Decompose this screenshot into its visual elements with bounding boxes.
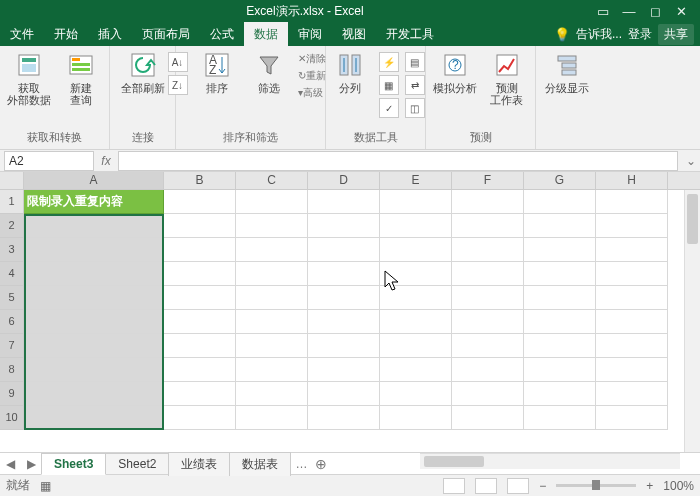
tab-file[interactable]: 文件 bbox=[0, 22, 44, 47]
cell[interactable] bbox=[24, 214, 164, 238]
worksheet-grid[interactable]: A B C D E F G H 1限制录入重复内容 2 3 4 5 6 7 8 … bbox=[0, 172, 700, 452]
forecast-button[interactable]: 预测 工作表 bbox=[484, 50, 530, 106]
ribbon-opts-icon[interactable]: ▭ bbox=[590, 4, 616, 19]
row-header[interactable]: 9 bbox=[0, 382, 24, 406]
new-query-button[interactable]: 新建 查询 bbox=[58, 50, 104, 106]
row-header[interactable]: 7 bbox=[0, 334, 24, 358]
tab-formula[interactable]: 公式 bbox=[200, 22, 244, 47]
tabs-prev-icon[interactable]: ◀ bbox=[0, 457, 21, 471]
tabs-next-icon[interactable]: ▶ bbox=[21, 457, 42, 471]
status-bar: 就绪 ▦ − + 100% bbox=[0, 474, 700, 496]
name-box[interactable]: A2 bbox=[4, 151, 94, 171]
sort-button[interactable]: AZ 排序 bbox=[194, 50, 240, 94]
row-header[interactable]: 2 bbox=[0, 214, 24, 238]
svg-rect-2 bbox=[22, 64, 36, 72]
share-button[interactable]: 共享 bbox=[658, 24, 694, 45]
outline-button[interactable]: 分级显示 bbox=[544, 50, 590, 94]
sheet-tab[interactable]: 数据表 bbox=[229, 452, 291, 476]
svg-rect-1 bbox=[22, 58, 36, 62]
cell-a1[interactable]: 限制录入重复内容 bbox=[24, 190, 164, 214]
relationships-button[interactable]: ⇄ bbox=[405, 75, 425, 95]
titlebar: Excel演示.xlsx - Excel ▭ — ◻ ✕ bbox=[0, 0, 700, 22]
whatif-button[interactable]: ? 模拟分析 bbox=[432, 50, 478, 94]
page-layout-button[interactable] bbox=[475, 478, 497, 494]
flash-fill-button[interactable]: ⚡ bbox=[379, 52, 399, 72]
row-header[interactable]: 10 bbox=[0, 406, 24, 430]
vertical-scrollbar[interactable] bbox=[684, 190, 700, 452]
ribbon: 获取 外部数据 新建 查询 获取和转换 全部刷新 连接 A↓ Z↓ AZ bbox=[0, 46, 700, 150]
refresh-all-button[interactable]: 全部刷新 bbox=[120, 50, 166, 94]
zoom-in-button[interactable]: + bbox=[646, 479, 653, 493]
tab-insert[interactable]: 插入 bbox=[88, 22, 132, 47]
row-header[interactable]: 1 bbox=[0, 190, 24, 214]
close-icon[interactable]: ✕ bbox=[668, 4, 694, 19]
row-header[interactable]: 5 bbox=[0, 286, 24, 310]
new-sheet-button[interactable]: ⊕ bbox=[311, 456, 331, 472]
svg-rect-20 bbox=[562, 63, 576, 68]
tab-dev[interactable]: 开发工具 bbox=[376, 22, 444, 47]
bulb-icon[interactable]: 💡 bbox=[554, 27, 570, 42]
normal-view-button[interactable] bbox=[443, 478, 465, 494]
tab-home[interactable]: 开始 bbox=[44, 22, 88, 47]
more-tabs[interactable]: … bbox=[291, 457, 311, 471]
tell-me[interactable]: 告诉我... bbox=[576, 26, 622, 43]
maximize-icon[interactable]: ◻ bbox=[642, 4, 668, 19]
svg-rect-5 bbox=[72, 63, 90, 66]
status-ready: 就绪 bbox=[6, 477, 30, 494]
horizontal-scrollbar[interactable] bbox=[420, 453, 680, 469]
row-header[interactable]: 3 bbox=[0, 238, 24, 262]
tab-review[interactable]: 审阅 bbox=[288, 22, 332, 47]
row-header[interactable]: 8 bbox=[0, 358, 24, 382]
sheet-tab[interactable]: Sheet2 bbox=[105, 453, 169, 474]
col-header[interactable]: H bbox=[596, 172, 668, 189]
formula-bar: A2 fx ⌄ bbox=[0, 150, 700, 172]
svg-text:?: ? bbox=[452, 58, 459, 72]
svg-text:Z: Z bbox=[209, 63, 216, 77]
funnel-icon bbox=[254, 50, 284, 80]
page-break-button[interactable] bbox=[507, 478, 529, 494]
svg-rect-4 bbox=[72, 58, 80, 61]
get-external-data-button[interactable]: 获取 外部数据 bbox=[6, 50, 52, 106]
tab-data[interactable]: 数据 bbox=[244, 22, 288, 47]
col-header[interactable]: E bbox=[380, 172, 452, 189]
consolidate-button[interactable]: ▤ bbox=[405, 52, 425, 72]
select-all-corner[interactable] bbox=[0, 172, 24, 189]
zoom-slider[interactable] bbox=[556, 484, 636, 487]
zoom-label[interactable]: 100% bbox=[663, 479, 694, 493]
group-label bbox=[565, 131, 568, 147]
sheet-tab[interactable]: 业绩表 bbox=[168, 452, 230, 476]
login-link[interactable]: 登录 bbox=[628, 26, 652, 43]
formula-input[interactable] bbox=[118, 151, 678, 171]
minimize-icon[interactable]: — bbox=[616, 4, 642, 19]
record-macro-icon[interactable]: ▦ bbox=[40, 479, 51, 493]
fx-icon[interactable]: fx bbox=[94, 154, 118, 168]
menubar: 文件 开始 插入 页面布局 公式 数据 审阅 视图 开发工具 💡 告诉我... … bbox=[0, 22, 700, 46]
col-header[interactable]: C bbox=[236, 172, 308, 189]
col-header[interactable]: D bbox=[308, 172, 380, 189]
data-validation-button[interactable]: ✓ bbox=[379, 98, 399, 118]
sort-desc-button[interactable]: Z↓ bbox=[168, 75, 188, 95]
manage-model-button[interactable]: ◫ bbox=[405, 98, 425, 118]
group-label: 连接 bbox=[132, 128, 154, 147]
zoom-out-button[interactable]: − bbox=[539, 479, 546, 493]
col-header[interactable]: F bbox=[452, 172, 524, 189]
tab-view[interactable]: 视图 bbox=[332, 22, 376, 47]
col-header[interactable]: A bbox=[24, 172, 164, 189]
group-label: 获取和转换 bbox=[27, 128, 82, 147]
tab-layout[interactable]: 页面布局 bbox=[132, 22, 200, 47]
row-header[interactable]: 6 bbox=[0, 310, 24, 334]
col-header[interactable]: G bbox=[524, 172, 596, 189]
col-header[interactable]: B bbox=[164, 172, 236, 189]
row-header[interactable]: 4 bbox=[0, 262, 24, 286]
svg-rect-6 bbox=[72, 68, 90, 71]
remove-dup-button[interactable]: ▦ bbox=[379, 75, 399, 95]
expand-formula-icon[interactable]: ⌄ bbox=[682, 154, 700, 168]
sort-asc-button[interactable]: A↓ bbox=[168, 52, 188, 72]
sheet-tab[interactable]: Sheet3 bbox=[41, 453, 106, 475]
svg-rect-19 bbox=[558, 56, 576, 61]
filter-button[interactable]: 筛选 bbox=[246, 50, 292, 94]
group-label: 预测 bbox=[470, 128, 492, 147]
text-to-columns-button[interactable]: 分列 bbox=[327, 50, 373, 94]
sheet-tabs: ◀ ▶ Sheet3 Sheet2 业绩表 数据表 … ⊕ bbox=[0, 452, 700, 474]
column-headers: A B C D E F G H bbox=[0, 172, 700, 190]
